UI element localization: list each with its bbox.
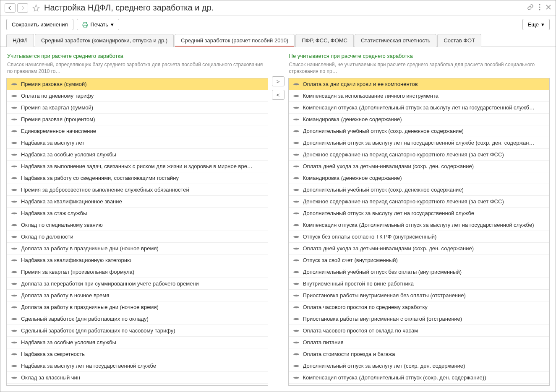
list-item[interactable]: Премия за квартал (произвольная формула) [7, 266, 268, 278]
list-item-label: Надбавка за особые условия службы [21, 339, 116, 345]
close-icon[interactable] [546, 4, 551, 11]
list-item[interactable]: Премия разовая (процентом) [7, 114, 268, 125]
list-item[interactable]: Оплата за дни сдачи крови и ее компонент… [289, 78, 550, 90]
item-marker-icon [293, 329, 300, 332]
list-item[interactable]: Сдельный заработок (для работающих по ок… [7, 313, 268, 325]
list-item-label: Премия за добросовестное выполнение служ… [21, 187, 189, 193]
tab-ndfl[interactable]: НДФЛ [6, 34, 34, 47]
nav-back-button[interactable] [5, 3, 16, 13]
list-item[interactable]: Надбавка за работу со сведениями, состав… [7, 172, 268, 184]
list-item[interactable]: Оплата дней ухода за детьми-инвалидами (… [289, 161, 550, 172]
list-item[interactable]: Надбавка за выслугу лет [7, 137, 268, 149]
item-marker-icon [293, 165, 300, 168]
list-item[interactable]: Надбавка за особые условия службы [7, 149, 268, 161]
list-item[interactable]: Оклад за классный чин [7, 372, 268, 384]
list-item[interactable]: Доплата за работу в праздничные дни (ноч… [7, 301, 268, 313]
list-item[interactable]: Компенсация отпуска (Дополнительный отпу… [289, 102, 550, 114]
list-item-label: Оплата стоимости проезда и багажа [303, 351, 395, 357]
link-icon[interactable] [527, 4, 534, 12]
menu-icon[interactable] [539, 4, 540, 12]
svg-point-5 [11, 106, 17, 108]
list-item-label: Оплата за дни сдачи крови и ее компонент… [303, 81, 418, 87]
list-item[interactable]: Внутрисменный простой по вине работника [289, 278, 550, 290]
list-item-label: Премия разовая (процентом) [21, 116, 95, 122]
list-item[interactable]: Дополнительный отпуск за выслугу лет на … [289, 137, 550, 149]
list-item[interactable]: Доплата за переработки при суммированном… [7, 278, 268, 290]
item-marker-icon [293, 270, 300, 274]
svg-point-47 [293, 294, 299, 296]
list-item-label: Оплата часового простоя по среднему зара… [303, 304, 428, 310]
list-item[interactable]: Доплата за работу в праздничные дни (ноч… [7, 243, 268, 254]
move-right-button[interactable]: > [272, 76, 285, 86]
svg-point-26 [11, 353, 17, 355]
list-item[interactable]: Денежное содержание на период санаторно-… [289, 149, 550, 161]
tab-fot[interactable]: Состав ФОТ [437, 34, 481, 47]
list-item-label: Премия за квартал (суммой) [21, 104, 93, 111]
move-left-button[interactable]: < [272, 90, 285, 100]
list-item-label: Премия разовая (суммой) [21, 81, 87, 87]
chevron-down-icon: ▾ [541, 21, 544, 28]
tab-stat-reports[interactable]: Статистическая отчетность [355, 34, 437, 47]
list-item[interactable]: Надбавка за квалификационную категорию [7, 254, 268, 266]
list-item[interactable]: Надбавка за стаж службы [7, 208, 268, 219]
star-icon[interactable] [31, 3, 41, 13]
svg-point-51 [293, 341, 299, 343]
list-item[interactable]: Компенсация отпуска (Дополнительный отпу… [289, 219, 550, 231]
list-item[interactable]: Сдельный заработок (для работающих по ча… [7, 325, 268, 337]
svg-point-48 [293, 306, 299, 308]
list-item[interactable]: Оплата часового простоя по среднему зара… [289, 301, 550, 313]
list-item[interactable]: Надбавка за квалификационное звание [7, 196, 268, 208]
list-item[interactable]: Надбавка за выполнение задач, связанных … [7, 161, 268, 172]
list-item[interactable]: Надбавка за особые условия службы [7, 337, 268, 348]
list-item[interactable]: Оклад по должности [7, 231, 268, 243]
item-marker-icon [11, 247, 18, 250]
list-item[interactable]: Дополнительный отпуск за выслугу лет (со… [289, 360, 550, 372]
list-item[interactable]: Оплата по дневному тарифу [7, 90, 268, 102]
list-item[interactable]: Компенсация отпуска (Дополнительный отпу… [289, 372, 550, 384]
list-item[interactable]: Дополнительный учебный отпуск (сохр. ден… [289, 125, 550, 137]
list-item[interactable]: Командировка (денежное содержание) [289, 172, 550, 184]
item-marker-icon [293, 212, 300, 215]
list-item[interactable]: Оплата питания [289, 337, 550, 348]
save-button[interactable]: Сохранить изменения [6, 19, 73, 30]
svg-point-27 [11, 365, 17, 366]
list-item[interactable]: Премия разовая (суммой) [7, 78, 268, 90]
excluded-list[interactable]: Оплата за дни сдачи крови и ее компонент… [288, 78, 550, 386]
more-button[interactable]: Еще ▾ [522, 19, 550, 30]
list-item[interactable]: Оплата дней ухода за детьми-инвалидами (… [289, 243, 550, 254]
tab-pfr-fss-foms[interactable]: ПФР, ФСС, ФОМС [295, 34, 354, 47]
list-item-label: Надбавка за работу со сведениями, состав… [21, 175, 179, 181]
list-item[interactable]: Доплата за работу в ночное время [7, 290, 268, 301]
svg-point-6 [11, 118, 17, 120]
list-item[interactable]: Отпуск без оплаты согласно ТК РФ (внутри… [289, 231, 550, 243]
list-item[interactable]: Единовременное начисление [7, 125, 268, 137]
list-item[interactable]: Денежное содержание на период санаторно-… [289, 196, 550, 208]
print-button[interactable]: Печать ▾ [77, 19, 120, 30]
list-item[interactable]: Премия за добросовестное выполнение служ… [7, 184, 268, 196]
list-item[interactable]: Дополнительный учебный отпуск (сохр. ден… [289, 184, 550, 196]
list-item[interactable]: Надбавка за выслугу лет на государственн… [7, 360, 268, 372]
list-item-label: Отпуск без оплаты согласно ТК РФ (внутри… [303, 234, 437, 240]
tab-avg-earnings-trips[interactable]: Средний заработок (командировки, отпуска… [35, 34, 174, 47]
nav-forward-button[interactable] [17, 3, 28, 13]
list-item-label: Приостановка работы внутрисменная с опла… [303, 316, 462, 322]
item-marker-icon [11, 188, 18, 192]
list-item-label: Командировка (денежное содержание) [303, 116, 402, 122]
list-item-label: Сдельный заработок (для работающих по ча… [21, 327, 175, 334]
list-item-label: Компенсация отпуска (Дополнительный отпу… [303, 222, 534, 228]
list-item-label: Отпуск за свой счет (внутрисменный) [303, 257, 398, 263]
list-item[interactable]: Дополнительный учебный отпуск без оплаты… [289, 266, 550, 278]
included-list[interactable]: Премия разовая (суммой)Оплата по дневном… [6, 78, 268, 386]
list-item[interactable]: Оклад по специальному званию [7, 219, 268, 231]
list-item[interactable]: Оплата часового простоя от оклада по час… [289, 325, 550, 337]
list-item[interactable]: Оплата стоимости проезда и багажа [289, 348, 550, 360]
list-item[interactable]: Приостановка работы внутрисменная с опла… [289, 313, 550, 325]
list-item[interactable]: Отпуск за свой счет (внутрисменный) [289, 254, 550, 266]
list-item[interactable]: Компенсация за использование личного инс… [289, 90, 550, 102]
tab-avg-earnings-2010[interactable]: Средний заработок (расчет пособий 2010) [175, 34, 295, 47]
list-item[interactable]: Приостановка работы внутрисменная без оп… [289, 290, 550, 301]
list-item[interactable]: Надбавка за секретность [7, 348, 268, 360]
list-item[interactable]: Командировка (денежное содержание) [289, 114, 550, 125]
list-item[interactable]: Премия за квартал (суммой) [7, 102, 268, 114]
list-item[interactable]: Дополнительный отпуск за выслугу лет на … [289, 208, 550, 219]
